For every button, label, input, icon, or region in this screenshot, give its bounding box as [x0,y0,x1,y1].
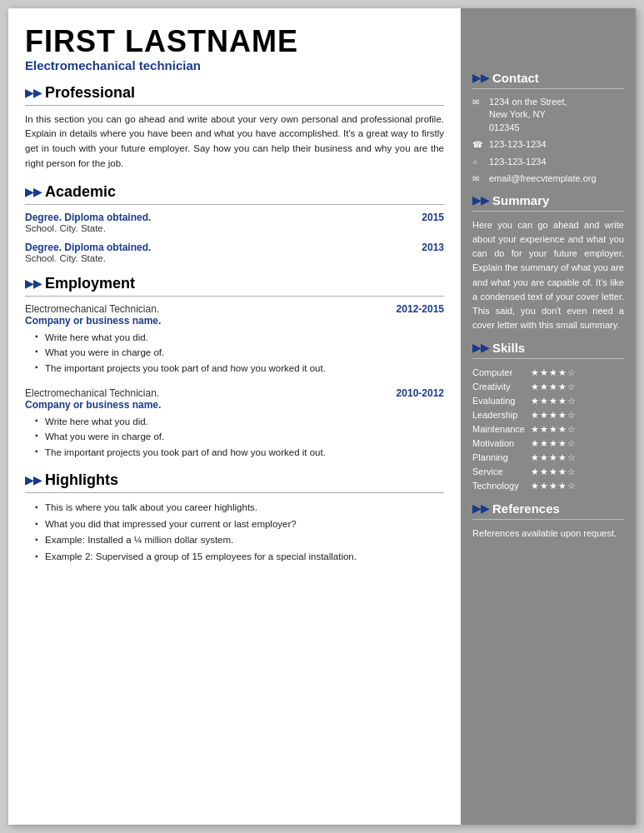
skill-stars: ★★★★☆ [531,380,624,394]
employment-divider [25,296,444,297]
skill-name: Service [472,465,531,479]
highlights-arrow-icon: ▶▶ [25,474,42,486]
skill-name: Evaluating [472,394,531,408]
skill-stars: ★★★★☆ [531,408,624,422]
employment-entry-1: Electromechanical Technician. 2012-2015 … [25,303,444,376]
emp-company-2: Company or business name. [25,399,444,411]
left-column: FIRST LASTNAME Electromechanical technic… [8,8,461,825]
skills-section-header: ▶▶ Skills [472,341,624,355]
emp-company-1: Company or business name. [25,315,444,327]
bullet-2-3: The important projects you took part of … [35,445,444,460]
contact-address: ✉ 1234 on the Street, New York, NY 01234… [472,96,624,134]
references-divider [472,519,624,520]
degree-title-2: Degree. Diploma obtained. [25,242,151,253]
skill-row: Computer★★★★☆ [472,366,624,380]
references-arrow-icon: ▶▶ [472,502,489,515]
contact-email: ✉ email@freecvtemplate.org [472,172,624,185]
skill-name: Planning [472,451,531,465]
contact-section-header: ▶▶ Contact [472,71,624,85]
professional-text: In this section you can go ahead and wri… [25,112,444,172]
skill-stars: ★★★★☆ [531,422,624,436]
skill-stars: ★★★★☆ [531,436,624,451]
skills-arrow-icon: ▶▶ [472,342,489,354]
professional-header: ▶▶ Professional [25,84,444,102]
employment-row-2: Electromechanical Technician. 2010-2012 [25,387,444,399]
highlights-list: This is where you talk about you career … [25,500,444,565]
skill-row: Motivation★★★★☆ [472,436,624,451]
phone-icon: ☎ [472,139,484,151]
skill-stars: ★★★★☆ [531,465,624,479]
skill-name: Technology [472,479,531,493]
skill-stars: ★★★★☆ [531,479,624,493]
highlight-item-4: Example 2: Supervised a group of 15 empl… [35,549,444,566]
full-name: FIRST LASTNAME [25,25,444,58]
skill-stars: ★★★★☆ [531,394,624,408]
skills-divider [472,358,624,359]
degree-year-1: 2015 [422,212,444,223]
skill-name: Creativity [472,380,531,394]
skill-name: Leadership [472,408,531,422]
skill-name: Motivation [472,436,531,451]
summary-arrow-icon: ▶▶ [472,194,489,207]
highlights-header: ▶▶ Highlights [25,471,444,489]
name-block: FIRST LASTNAME Electromechanical technic… [25,25,444,72]
academic-entry-1: Degree. Diploma obtained. 2015 School. C… [25,212,444,233]
degree-year-2: 2013 [422,242,444,253]
references-section-header: ▶▶ References [472,501,624,516]
employment-entry-2: Electromechanical Technician. 2010-2012 … [25,387,444,460]
highlight-item-1: This is where you talk about you career … [35,500,444,516]
highlights-divider [25,492,444,493]
highlights-title: Highlights [45,471,118,489]
phone2-text: 123-123-1234 [489,156,547,168]
summary-divider [472,211,624,212]
job-title: Electromechanical technician [25,58,444,72]
employment-header: ▶▶ Employment [25,275,444,292]
skill-row: Technology★★★★☆ [472,479,624,493]
employment-row-1: Electromechanical Technician. 2012-2015 [25,303,444,315]
professional-title: Professional [45,84,135,102]
skill-stars: ★★★★☆ [531,451,624,465]
employment-title: Employment [45,275,135,292]
bullet-1-3: The important projects you took part of … [35,361,444,376]
references-text: References available upon request. [472,526,624,541]
skills-title: Skills [492,341,525,355]
highlight-item-2: What you did that impressed your current… [35,516,444,533]
contact-address-text: 1234 on the Street, New York, NY 012345 [489,96,567,134]
academic-title: Academic [45,183,116,201]
skill-row: Creativity★★★★☆ [472,380,624,394]
emp-bullets-2: Write here what you did. What you were i… [25,414,444,460]
right-column: ▶▶ Contact ✉ 1234 on the Street, New Yor… [461,8,636,825]
degree-school-1: School. City. State. [25,223,444,233]
degree-school-2: School. City. State. [25,253,444,263]
mobile-icon: ○ [472,157,484,168]
skill-row: Planning★★★★☆ [472,451,624,465]
bullet-2-2: What you were in charge of. [35,429,444,444]
skill-row: Leadership★★★★☆ [472,408,624,422]
skills-table: Computer★★★★☆Creativity★★★★☆Evaluating★★… [472,366,624,493]
email-icon: ✉ [472,173,484,185]
contact-title: Contact [492,71,539,85]
academic-row-1: Degree. Diploma obtained. 2015 [25,212,444,223]
skill-name: Computer [472,366,531,380]
emp-years-2: 2010-2012 [397,387,444,399]
phone1-text: 123-123-1234 [489,138,547,151]
academic-row-2: Degree. Diploma obtained. 2013 [25,242,444,253]
employment-arrow-icon: ▶▶ [25,277,42,290]
academic-header: ▶▶ Academic [25,183,444,201]
bullet-1-2: What you were in charge of. [35,345,444,360]
academic-entry-2: Degree. Diploma obtained. 2013 School. C… [25,242,444,263]
summary-title: Summary [492,193,549,207]
summary-section-header: ▶▶ Summary [472,193,624,207]
skill-row: Evaluating★★★★☆ [472,394,624,408]
highlight-item-3: Example: Installed a ¼ million dollar sy… [35,532,444,549]
contact-divider [472,88,624,89]
address-icon: ✉ [472,97,484,108]
contact-arrow-icon: ▶▶ [472,72,489,84]
academic-arrow-icon: ▶▶ [25,186,42,198]
resume-page: FIRST LASTNAME Electromechanical technic… [8,8,636,825]
emp-title-2: Electromechanical Technician. [25,387,159,399]
email-text: email@freecvtemplate.org [489,172,597,185]
professional-arrow-icon: ▶▶ [25,87,42,99]
contact-phone2: ○ 123-123-1234 [472,156,624,168]
bullet-1-1: Write here what you did. [35,330,444,345]
